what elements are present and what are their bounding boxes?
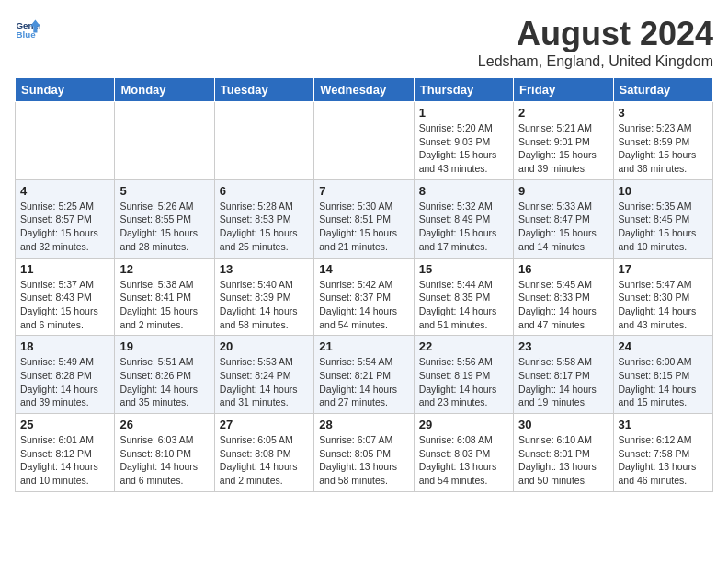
- day-number: 4: [20, 184, 109, 198]
- day-number: 7: [319, 184, 408, 198]
- calendar-body: 1Sunrise: 5:20 AM Sunset: 9:03 PM Daylig…: [16, 102, 713, 492]
- day-number: 10: [619, 184, 708, 198]
- day-number: 28: [319, 418, 408, 431]
- day-number: 14: [319, 262, 408, 276]
- calendar-cell: 25Sunrise: 6:01 AM Sunset: 8:12 PM Dayli…: [16, 414, 115, 492]
- weekday-sunday: Sunday: [16, 78, 115, 102]
- day-number: 29: [419, 418, 508, 431]
- day-number: 3: [619, 106, 708, 120]
- page-header: General Blue August 2024 Ledsham, Englan…: [15, 15, 713, 70]
- day-number: 19: [119, 339, 209, 353]
- day-number: 6: [220, 184, 309, 198]
- day-info: Sunrise: 5:32 AM Sunset: 8:49 PM Dayligh…: [419, 200, 508, 254]
- calendar-cell: [16, 102, 115, 180]
- calendar-cell: 9Sunrise: 5:33 AM Sunset: 8:47 PM Daylig…: [514, 179, 613, 258]
- week-row-4: 18Sunrise: 5:49 AM Sunset: 8:28 PM Dayli…: [16, 336, 713, 414]
- day-number: 15: [419, 262, 508, 276]
- day-number: 25: [20, 418, 109, 431]
- day-info: Sunrise: 5:37 AM Sunset: 8:43 PM Dayligh…: [20, 278, 109, 332]
- day-info: Sunrise: 5:35 AM Sunset: 8:45 PM Dayligh…: [619, 200, 708, 254]
- day-number: 2: [518, 106, 608, 120]
- day-number: 31: [619, 418, 708, 431]
- day-info: Sunrise: 5:42 AM Sunset: 8:37 PM Dayligh…: [319, 278, 408, 332]
- day-info: Sunrise: 6:03 AM Sunset: 8:10 PM Dayligh…: [119, 433, 209, 488]
- calendar-cell: 28Sunrise: 6:07 AM Sunset: 8:05 PM Dayli…: [314, 414, 414, 492]
- calendar-cell: 22Sunrise: 5:56 AM Sunset: 8:19 PM Dayli…: [414, 336, 513, 414]
- calendar-cell: 24Sunrise: 6:00 AM Sunset: 8:15 PM Dayli…: [613, 336, 712, 414]
- day-number: 21: [319, 339, 408, 353]
- calendar-cell: 19Sunrise: 5:51 AM Sunset: 8:26 PM Dayli…: [115, 336, 214, 414]
- calendar-cell: 30Sunrise: 6:10 AM Sunset: 8:01 PM Dayli…: [514, 414, 613, 492]
- calendar-cell: 17Sunrise: 5:47 AM Sunset: 8:30 PM Dayli…: [613, 258, 712, 336]
- calendar-cell: 10Sunrise: 5:35 AM Sunset: 8:45 PM Dayli…: [613, 179, 712, 258]
- calendar-cell: 27Sunrise: 6:05 AM Sunset: 8:08 PM Dayli…: [214, 414, 313, 492]
- calendar-cell: 31Sunrise: 6:12 AM Sunset: 7:58 PM Dayli…: [613, 414, 712, 492]
- weekday-saturday: Saturday: [613, 78, 712, 102]
- day-info: Sunrise: 5:38 AM Sunset: 8:41 PM Dayligh…: [119, 278, 209, 332]
- svg-text:Blue: Blue: [16, 29, 36, 40]
- calendar-cell: [115, 102, 214, 180]
- day-number: 26: [119, 418, 209, 431]
- day-number: 27: [220, 418, 309, 431]
- day-info: Sunrise: 5:49 AM Sunset: 8:28 PM Dayligh…: [20, 355, 109, 409]
- weekday-friday: Friday: [514, 78, 613, 102]
- day-info: Sunrise: 5:26 AM Sunset: 8:55 PM Dayligh…: [119, 200, 209, 254]
- day-info: Sunrise: 5:20 AM Sunset: 9:03 PM Dayligh…: [419, 121, 508, 176]
- calendar-cell: 18Sunrise: 5:49 AM Sunset: 8:28 PM Dayli…: [16, 336, 115, 414]
- calendar-cell: 13Sunrise: 5:40 AM Sunset: 8:39 PM Dayli…: [214, 258, 313, 336]
- calendar-cell: 14Sunrise: 5:42 AM Sunset: 8:37 PM Dayli…: [314, 258, 414, 336]
- day-info: Sunrise: 5:44 AM Sunset: 8:35 PM Dayligh…: [419, 278, 508, 332]
- calendar-cell: 5Sunrise: 5:26 AM Sunset: 8:55 PM Daylig…: [115, 179, 214, 258]
- weekday-tuesday: Tuesday: [214, 78, 313, 102]
- day-info: Sunrise: 5:54 AM Sunset: 8:21 PM Dayligh…: [319, 355, 408, 409]
- day-info: Sunrise: 5:28 AM Sunset: 8:53 PM Dayligh…: [220, 200, 309, 254]
- day-info: Sunrise: 5:21 AM Sunset: 9:01 PM Dayligh…: [518, 121, 608, 176]
- day-info: Sunrise: 5:33 AM Sunset: 8:47 PM Dayligh…: [518, 200, 608, 254]
- day-info: Sunrise: 5:45 AM Sunset: 8:33 PM Dayligh…: [518, 278, 608, 332]
- day-info: Sunrise: 6:00 AM Sunset: 8:15 PM Dayligh…: [619, 355, 708, 409]
- week-row-1: 1Sunrise: 5:20 AM Sunset: 9:03 PM Daylig…: [16, 102, 713, 180]
- day-number: 17: [619, 262, 708, 276]
- calendar-cell: 1Sunrise: 5:20 AM Sunset: 9:03 PM Daylig…: [414, 102, 513, 180]
- week-row-3: 11Sunrise: 5:37 AM Sunset: 8:43 PM Dayli…: [16, 258, 713, 336]
- calendar-cell: 15Sunrise: 5:44 AM Sunset: 8:35 PM Dayli…: [414, 258, 513, 336]
- calendar-cell: 3Sunrise: 5:23 AM Sunset: 8:59 PM Daylig…: [613, 102, 712, 180]
- calendar-cell: 12Sunrise: 5:38 AM Sunset: 8:41 PM Dayli…: [115, 258, 214, 336]
- day-info: Sunrise: 6:10 AM Sunset: 8:01 PM Dayligh…: [518, 433, 608, 488]
- day-number: 9: [518, 184, 608, 198]
- weekday-wednesday: Wednesday: [314, 78, 414, 102]
- calendar-cell: 29Sunrise: 6:08 AM Sunset: 8:03 PM Dayli…: [414, 414, 513, 492]
- calendar-cell: 20Sunrise: 5:53 AM Sunset: 8:24 PM Dayli…: [214, 336, 313, 414]
- day-info: Sunrise: 5:23 AM Sunset: 8:59 PM Dayligh…: [619, 121, 708, 176]
- day-number: 20: [220, 339, 309, 353]
- calendar-cell: 8Sunrise: 5:32 AM Sunset: 8:49 PM Daylig…: [414, 179, 513, 258]
- calendar-cell: 4Sunrise: 5:25 AM Sunset: 8:57 PM Daylig…: [16, 179, 115, 258]
- day-number: 1: [419, 106, 508, 120]
- logo-icon: General Blue: [15, 15, 40, 40]
- day-info: Sunrise: 5:51 AM Sunset: 8:26 PM Dayligh…: [119, 355, 209, 409]
- day-info: Sunrise: 5:40 AM Sunset: 8:39 PM Dayligh…: [220, 278, 309, 332]
- calendar-cell: 11Sunrise: 5:37 AM Sunset: 8:43 PM Dayli…: [16, 258, 115, 336]
- calendar-cell: 23Sunrise: 5:58 AM Sunset: 8:17 PM Dayli…: [514, 336, 613, 414]
- day-number: 30: [518, 418, 608, 431]
- calendar-cell: 2Sunrise: 5:21 AM Sunset: 9:01 PM Daylig…: [514, 102, 613, 180]
- location: Ledsham, England, United Kingdom: [478, 53, 713, 70]
- day-info: Sunrise: 6:01 AM Sunset: 8:12 PM Dayligh…: [20, 433, 109, 488]
- day-info: Sunrise: 5:30 AM Sunset: 8:51 PM Dayligh…: [319, 200, 408, 254]
- title-block: August 2024 Ledsham, England, United Kin…: [478, 15, 713, 70]
- day-info: Sunrise: 5:47 AM Sunset: 8:30 PM Dayligh…: [619, 278, 708, 332]
- day-number: 13: [220, 262, 309, 276]
- day-info: Sunrise: 6:07 AM Sunset: 8:05 PM Dayligh…: [319, 433, 408, 488]
- calendar-cell: [214, 102, 313, 180]
- day-number: 5: [119, 184, 209, 198]
- day-number: 24: [619, 339, 708, 353]
- weekday-monday: Monday: [115, 78, 214, 102]
- day-info: Sunrise: 5:25 AM Sunset: 8:57 PM Dayligh…: [20, 200, 109, 254]
- day-info: Sunrise: 6:08 AM Sunset: 8:03 PM Dayligh…: [419, 433, 508, 488]
- calendar-cell: 7Sunrise: 5:30 AM Sunset: 8:51 PM Daylig…: [314, 179, 414, 258]
- calendar-cell: [314, 102, 414, 180]
- calendar-cell: 16Sunrise: 5:45 AM Sunset: 8:33 PM Dayli…: [514, 258, 613, 336]
- day-info: Sunrise: 5:53 AM Sunset: 8:24 PM Dayligh…: [220, 355, 309, 409]
- day-number: 18: [20, 339, 109, 353]
- day-number: 16: [518, 262, 608, 276]
